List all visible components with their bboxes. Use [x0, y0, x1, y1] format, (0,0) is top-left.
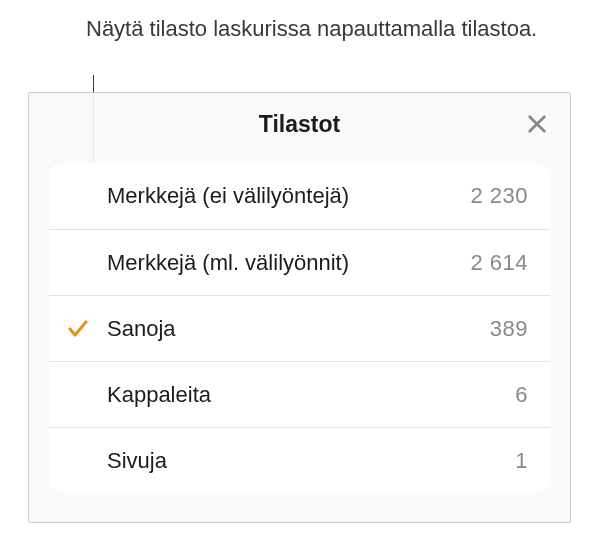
stat-row-chars-with-spaces[interactable]: Merkkejä (ml. välilyönnit) 2 614 [49, 229, 550, 295]
callout-text: Näytä tilasto laskurissa napauttamalla t… [86, 14, 537, 44]
stat-value: 2 230 [470, 183, 528, 209]
close-icon [526, 113, 548, 135]
checkmark-icon [66, 317, 90, 341]
stat-row-paragraphs[interactable]: Kappaleita 6 [49, 361, 550, 427]
stat-value: 6 [515, 382, 528, 408]
close-button[interactable] [522, 109, 552, 139]
stat-row-chars-no-spaces[interactable]: Merkkejä (ei välilyöntejä) 2 230 [49, 163, 550, 229]
stat-label: Kappaleita [107, 382, 515, 408]
panel-title: Tilastot [259, 111, 340, 138]
stats-list: Merkkejä (ei välilyöntejä) 2 230 Merkkej… [49, 163, 550, 493]
stat-label: Merkkejä (ei välilyöntejä) [107, 183, 470, 209]
stat-value: 1 [515, 448, 528, 474]
stat-row-pages[interactable]: Sivuja 1 [49, 427, 550, 493]
stats-panel: Tilastot Merkkejä (ei välilyöntejä) 2 23… [28, 92, 571, 523]
stat-label: Sivuja [107, 448, 515, 474]
panel-header: Tilastot [29, 93, 570, 155]
check-col [49, 317, 107, 341]
stat-label: Sanoja [107, 316, 490, 342]
stat-value: 2 614 [470, 250, 528, 276]
stat-row-words[interactable]: Sanoja 389 [49, 295, 550, 361]
stat-label: Merkkejä (ml. välilyönnit) [107, 250, 470, 276]
stat-value: 389 [490, 316, 528, 342]
